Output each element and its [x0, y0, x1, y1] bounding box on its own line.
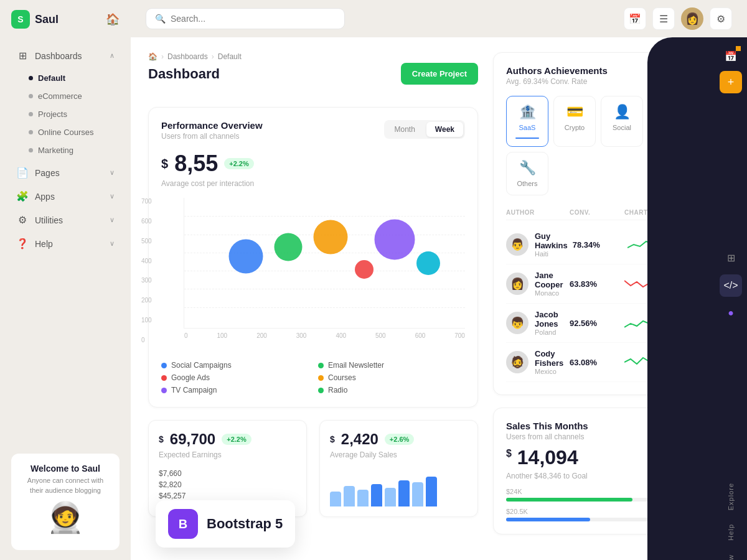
author-row-cody: 🧔 Cody Fishers Mexico 63.08% → [506, 343, 716, 382]
legend-social-dot [161, 363, 167, 368]
sidebar-item-marketing[interactable]: Marketing [29, 141, 120, 159]
create-project-button[interactable]: Create Project [401, 63, 478, 85]
earnings-val-2: $2,820 [159, 480, 296, 489]
bar-8 [426, 477, 437, 506]
cat-tab-crypto[interactable]: 💳 Crypto [553, 96, 596, 147]
author-info-jacob: 👦 Jacob Jones Poland [506, 310, 565, 336]
breadcrumb-home-icon: 🏠 [148, 52, 157, 61]
rs-add-icon[interactable]: + [720, 71, 742, 93]
performance-sub-label: Avarage cost per interaction [161, 179, 465, 188]
sales-subtitle: Users from all channels [506, 432, 716, 441]
rs-code-icon[interactable]: </> [720, 274, 742, 297]
rs-grid-icon[interactable]: ⊞ [720, 247, 742, 269]
author-loc-guy: Haiti [535, 250, 568, 258]
breadcrumb-dashboards[interactable]: Dashboards [167, 52, 208, 61]
legend-email-newsletter: Email Newsletter [318, 361, 465, 370]
explore-tab[interactable]: Explore [723, 478, 738, 515]
astronaut-illustration: 🧑‍🚀 [21, 500, 110, 535]
utilities-arrow-icon: ∨ [110, 216, 115, 224]
breadcrumb-default[interactable]: Default [218, 52, 242, 61]
sidebar-sub-dashboards: Default eCommerce Projects Online Course… [0, 68, 131, 161]
search-input[interactable] [171, 14, 336, 24]
search-icon: 🔍 [155, 14, 166, 24]
crypto-label: Crypto [565, 124, 585, 131]
sidebar-item-default[interactable]: Default [29, 69, 120, 87]
ecommerce-dot-icon [29, 94, 33, 98]
sidebar-item-dashboards[interactable]: ⊞ Dashboards ∧ [5, 44, 126, 67]
cat-tab-others[interactable]: 🔧 Others [506, 152, 548, 195]
topbar-avatar[interactable]: 👩 [681, 7, 703, 30]
page-title: Dashboard [148, 66, 242, 82]
authors-subtitle: Avg. 69.34% Conv. Rate [506, 77, 716, 86]
authors-card: Authors Achievements Avg. 69.34% Conv. R… [493, 52, 730, 395]
performance-badge: +2.2% [224, 158, 254, 169]
bubble-courses [313, 220, 347, 254]
mobile-label: Mobile [659, 124, 679, 131]
legend-email-dot [318, 363, 324, 368]
performance-value: $ 8,55 +2.2% [161, 151, 465, 177]
topbar-calendar-icon[interactable]: 📅 [624, 7, 646, 30]
author-view-guy[interactable]: → [695, 236, 711, 253]
tab-month[interactable]: Month [386, 122, 424, 137]
welcome-card: Welcome to Saul Anyone can connect with … [11, 454, 120, 550]
authors-title: Authors Achievements [506, 65, 716, 76]
prog-bar-fill-2 [506, 518, 590, 521]
others-icon: 🔧 [519, 160, 536, 176]
author-view-cody[interactable]: → [692, 354, 708, 370]
performance-card-header: Performance Overview Users from all chan… [161, 120, 465, 141]
title-area: 🏠 › Dashboards › Default Dashboard [148, 52, 242, 95]
cat-tab-saas[interactable]: 🏦 SaaS [506, 96, 548, 147]
help-tab[interactable]: Help [723, 519, 738, 546]
search-box[interactable]: 🔍 [146, 8, 345, 29]
earnings-val-3: $45,257 [159, 492, 296, 500]
legend-courses: Courses [318, 373, 465, 382]
author-avatar-guy: 👨 [506, 233, 529, 256]
author-sparkline-jane [624, 274, 687, 293]
bar-2 [344, 486, 355, 506]
sidebar-item-pages[interactable]: 📄 Pages ∨ [5, 161, 126, 184]
bootstrap-badge: B Bootstrap 5 [156, 500, 295, 548]
sidebar-item-online-courses[interactable]: Online Courses [29, 123, 120, 141]
header-row: 🏠 › Dashboards › Default Dashboard Creat… [148, 52, 478, 95]
author-loc-jacob: Poland [535, 329, 565, 336]
sidebar-item-apps[interactable]: 🧩 Apps ∨ [5, 185, 126, 208]
prog-label-1: $24K [506, 488, 716, 495]
sales-progress: $24K $20.5K [506, 488, 716, 521]
sidebar-item-help[interactable]: ❓ Help ∨ [5, 232, 126, 255]
help-icon: ❓ [16, 238, 29, 250]
bar-1 [330, 492, 341, 506]
bubble-chart-container: 7006005004003002001000 [161, 198, 465, 343]
bootstrap-icon: B [168, 509, 198, 539]
content-wrapper: 🏠 › Dashboards › Default Dashboard Creat… [131, 37, 747, 560]
legend-social-campaigns: Social Campaigns [161, 361, 308, 370]
cat-tab-social[interactable]: 👤 Social [601, 96, 643, 147]
legend-tv-campaign: TV Campaign [161, 386, 308, 394]
projects-dot-icon [29, 112, 33, 116]
author-info-cody: 🧔 Cody Fishers Mexico [506, 349, 565, 375]
author-sparkline-cody [624, 353, 687, 371]
author-view-jacob[interactable]: → [692, 315, 708, 331]
sidebar-item-projects[interactable]: Projects [29, 105, 120, 123]
topbar-menu-icon[interactable]: ☰ [652, 7, 675, 30]
author-row-guy: 👨 Guy Hawkins Haiti 78.34% → [506, 225, 716, 264]
saas-underline [515, 138, 539, 139]
sidebar-item-utilities[interactable]: ⚙ Utilities ∨ [5, 208, 126, 231]
topbar-right: 📅 ☰ 👩 ⚙ [624, 7, 732, 30]
topbar-settings-icon[interactable]: ⚙ [710, 7, 732, 30]
rs-circle-icon[interactable]: ● [720, 302, 742, 324]
cat-tab-mobile[interactable]: 📱 Mobile [648, 96, 690, 147]
rs-calendar-icon[interactable]: 📅 [720, 45, 742, 67]
bubble-radio [416, 251, 440, 275]
default-dot-icon [29, 76, 33, 80]
bubble-google [355, 260, 374, 279]
sidebar-item-ecommerce[interactable]: eCommerce [29, 87, 120, 105]
bar-7 [412, 482, 423, 506]
sidebar-pin-icon[interactable]: 🏠 [106, 12, 120, 26]
tab-week[interactable]: Week [426, 122, 463, 137]
performance-card: Performance Overview Users from all chan… [148, 107, 478, 408]
author-view-jane[interactable]: → [692, 276, 708, 292]
buy-now-tab[interactable]: Buy now [723, 549, 738, 560]
bubble-tv [375, 219, 415, 259]
right-sidebar: 📅 + ⊞ </> ● Explore Help Buy now [715, 37, 747, 560]
bubble-social [229, 240, 263, 274]
